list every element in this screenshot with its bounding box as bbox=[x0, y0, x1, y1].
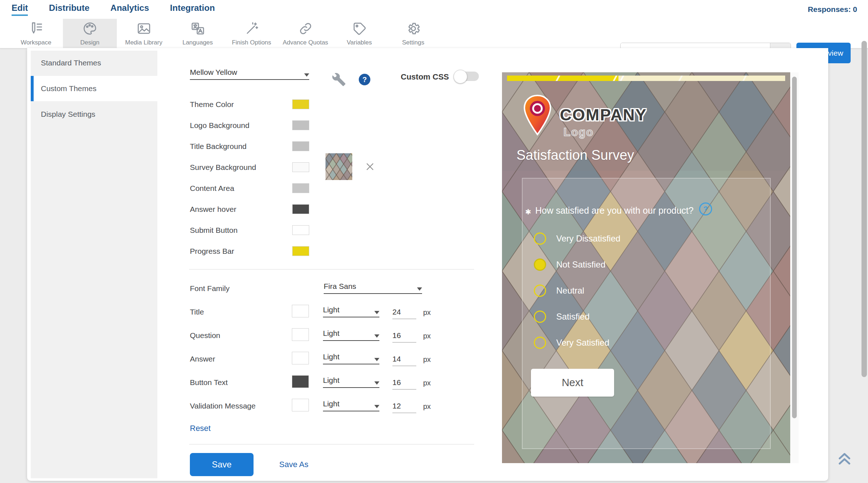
unit-label: px bbox=[423, 308, 431, 317]
option-satisfied[interactable]: Satisfied bbox=[534, 311, 590, 323]
validation-weight-select[interactable]: Light bbox=[323, 399, 379, 411]
scroll-to-top-button[interactable] bbox=[836, 450, 853, 468]
tab-integration[interactable]: Integration bbox=[170, 3, 215, 16]
tab-edit[interactable]: Edit bbox=[12, 3, 28, 16]
question-weight-select[interactable]: Light bbox=[323, 329, 379, 341]
toolbar-item-media-library[interactable]: Media Library bbox=[117, 19, 171, 48]
toolbar-item-label: Languages bbox=[182, 39, 213, 46]
option-very-dissatisfied[interactable]: Very Dissatisfied bbox=[534, 232, 620, 245]
question-help-icon[interactable]: ? bbox=[699, 202, 712, 215]
theme-color-swatch[interactable] bbox=[292, 99, 309, 109]
unit-label: px bbox=[423, 332, 431, 340]
toolbar-item-languages[interactable]: Languages bbox=[171, 19, 225, 48]
progress-bar-swatch[interactable] bbox=[292, 246, 309, 256]
radio-icon bbox=[534, 285, 546, 297]
progress-slash bbox=[741, 76, 748, 81]
answer-weight-select[interactable]: Light bbox=[323, 352, 379, 364]
font-family-select[interactable]: Fira Sans bbox=[324, 282, 422, 294]
option-not-satisfied[interactable]: Not Satisfied bbox=[534, 258, 605, 271]
font-row-label: Answer bbox=[190, 355, 215, 363]
chevron-down-icon bbox=[374, 311, 379, 314]
sidebar-item-custom-themes[interactable]: Custom Themes bbox=[31, 76, 157, 101]
chevrons-up-icon bbox=[836, 463, 853, 469]
progress-bar-fill bbox=[507, 76, 618, 81]
radio-icon bbox=[534, 232, 546, 245]
font-row-label: Button Text bbox=[190, 378, 228, 387]
save-button[interactable]: Save bbox=[190, 453, 254, 476]
toolbar-item-workspace[interactable]: Workspace bbox=[9, 19, 63, 48]
chain-link-icon bbox=[298, 21, 313, 38]
toolbar-item-advance-quotas[interactable]: Advance Quotas bbox=[278, 19, 332, 48]
toolbar-item-design[interactable]: Design bbox=[63, 19, 117, 48]
required-asterisk: ✱ bbox=[525, 208, 531, 216]
unit-label: px bbox=[423, 402, 431, 411]
sidebar-item-standard-themes[interactable]: Standard Themes bbox=[31, 51, 157, 75]
questionpro-design-page: Edit Distribute Analytics Integration Re… bbox=[0, 0, 868, 483]
progress-slash bbox=[619, 76, 625, 81]
weight-value: Light bbox=[323, 305, 340, 314]
answer-font-color-swatch[interactable] bbox=[292, 352, 309, 364]
color-row-label: Logo Background bbox=[190, 121, 250, 130]
save-as-link[interactable]: Save As bbox=[279, 460, 309, 469]
translate-icon bbox=[190, 21, 205, 38]
color-row-label: Content Area bbox=[190, 184, 234, 193]
sidebar-item-display-settings[interactable]: Display Settings bbox=[31, 102, 157, 127]
weight-value: Light bbox=[323, 329, 340, 338]
submit-button-swatch[interactable] bbox=[292, 225, 309, 235]
preview-scrollbar-thumb[interactable] bbox=[792, 77, 797, 418]
survey-background-swatch[interactable] bbox=[292, 162, 309, 172]
option-label: Very Satisfied bbox=[556, 338, 609, 348]
color-row-label: Survey Background bbox=[190, 163, 256, 172]
color-row-label: Theme Color bbox=[190, 100, 234, 109]
close-icon bbox=[365, 167, 375, 173]
title-size-input[interactable]: 24 bbox=[392, 308, 416, 319]
tab-distribute[interactable]: Distribute bbox=[49, 3, 89, 16]
option-neutral[interactable]: Neutral bbox=[534, 285, 584, 297]
button-text-size-input[interactable]: 16 bbox=[392, 378, 416, 390]
sidebar-item-label: Custom Themes bbox=[41, 84, 97, 93]
button-text-weight-select[interactable]: Light bbox=[323, 376, 379, 388]
tab-analytics[interactable]: Analytics bbox=[110, 3, 149, 16]
font-family-label: Font Family bbox=[190, 284, 230, 293]
help-icon[interactable]: ? bbox=[359, 74, 370, 85]
toolbar-item-variables[interactable]: Variables bbox=[332, 19, 386, 48]
toolbar-item-label: Settings bbox=[402, 39, 424, 46]
answer-hover-swatch[interactable] bbox=[292, 204, 309, 214]
validation-size-input[interactable]: 12 bbox=[392, 402, 416, 413]
responses-count[interactable]: Responses: 0 bbox=[808, 5, 868, 14]
option-very-satisfied[interactable]: Very Satisfied bbox=[534, 337, 609, 349]
color-row-label: Answer hover bbox=[190, 205, 236, 214]
remove-background-button[interactable] bbox=[365, 161, 375, 172]
next-button[interactable]: Next bbox=[531, 369, 614, 397]
survey-preview: COMPANY Logo Satisfaction Survey ✱ How s… bbox=[502, 72, 790, 463]
theme-select[interactable]: Mellow Yellow bbox=[190, 68, 309, 80]
title-font-color-swatch[interactable] bbox=[292, 305, 309, 317]
chevron-down-icon bbox=[417, 287, 422, 291]
unit-label: px bbox=[423, 355, 431, 364]
custom-css-toggle[interactable] bbox=[455, 72, 479, 81]
reset-link[interactable]: Reset bbox=[190, 424, 210, 433]
workspace-icon bbox=[29, 21, 44, 38]
content-area-swatch[interactable] bbox=[292, 183, 309, 193]
custom-css-label: Custom CSS bbox=[401, 72, 449, 82]
survey-title: Satisfaction Survey bbox=[516, 148, 634, 163]
page-scrollbar[interactable] bbox=[861, 41, 867, 377]
title-weight-select[interactable]: Light bbox=[323, 305, 379, 317]
question-font-color-swatch[interactable] bbox=[292, 328, 309, 341]
toolbar-item-finish-options[interactable]: Finish Options bbox=[225, 19, 278, 48]
option-label: Neutral bbox=[556, 286, 584, 296]
color-row-label: Title Background bbox=[190, 142, 247, 151]
question-size-input[interactable]: 16 bbox=[392, 331, 416, 343]
answer-size-input[interactable]: 14 bbox=[392, 355, 416, 366]
logo-background-swatch[interactable] bbox=[292, 120, 309, 130]
title-background-swatch[interactable] bbox=[292, 141, 309, 151]
toolbar-item-settings[interactable]: Settings bbox=[386, 19, 440, 48]
unit-label: px bbox=[423, 379, 431, 387]
color-row-label: Submit Button bbox=[190, 226, 238, 235]
theme-tools-button[interactable] bbox=[331, 72, 346, 87]
toolbar-item-label: Advance Quotas bbox=[283, 39, 328, 46]
button-text-color-swatch[interactable] bbox=[292, 375, 309, 388]
validation-font-color-swatch[interactable] bbox=[292, 399, 309, 411]
wrench-icon bbox=[331, 82, 346, 88]
radio-icon bbox=[534, 337, 546, 349]
